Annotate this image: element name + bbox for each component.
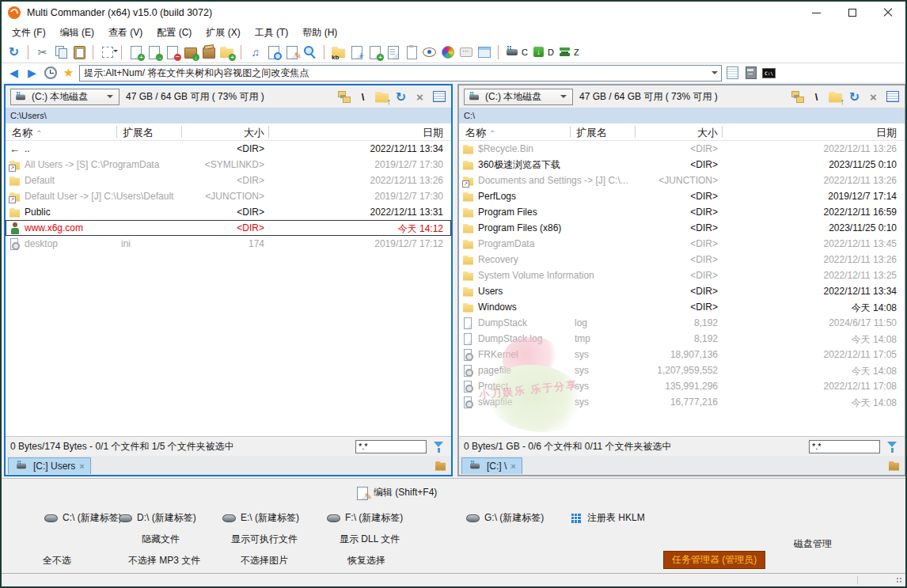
- new-tab-e-button[interactable]: E:\ (新建标签): [222, 510, 299, 525]
- disk-management-button[interactable]: 磁盘管理: [794, 537, 832, 551]
- column-ext[interactable]: 扩展名: [576, 126, 607, 140]
- table-row[interactable]: 360极速浏览器下载 <DIR> 2023/11/25 0:10: [459, 157, 905, 173]
- table-row[interactable]: Documents and Settings -> [J] C:\... <JU…: [459, 173, 905, 188]
- new-folder-icon[interactable]: [218, 44, 235, 60]
- table-row[interactable]: $Recycle.Bin <DIR> 2022/12/11 13:26: [459, 141, 905, 157]
- viewer-eye-icon[interactable]: [421, 44, 438, 60]
- table-row[interactable]: Program Files <DIR> 2022/12/11 16:59: [459, 204, 905, 220]
- hint-combobox[interactable]: 提示:Alt+Num/ 将在文件夹树和内容视图之间改变焦点: [79, 65, 722, 82]
- forward-icon[interactable]: [25, 66, 40, 81]
- tab-close-icon[interactable]: ×: [79, 461, 84, 471]
- new-tab-g-button[interactable]: G:\ (新建标签): [465, 510, 544, 525]
- column-size[interactable]: 大小: [244, 126, 264, 140]
- column-size[interactable]: 大小: [697, 126, 718, 140]
- table-row[interactable]: Public <DIR> 2022/12/11 13:31: [6, 204, 451, 220]
- table-row[interactable]: Default User -> [J] C:\Users\Default <JU…: [6, 188, 451, 204]
- new-tab-d-button[interactable]: D:\ (新建标签): [118, 510, 196, 525]
- drive-c-button[interactable]: C: [504, 44, 529, 60]
- menu-item[interactable]: 配置 (C): [150, 24, 199, 42]
- tab-c-users[interactable]: [C:] Users ×: [8, 457, 91, 474]
- table-row[interactable]: Program Files (x86) <DIR> 2023/11/25 0:1…: [459, 220, 905, 236]
- table-row[interactable]: desktop ini 174 2019/12/7 17:12: [6, 236, 451, 252]
- new-file-icon[interactable]: [127, 44, 144, 60]
- window-pane-icon[interactable]: [476, 44, 492, 60]
- menu-item[interactable]: 工具 (T): [248, 24, 296, 42]
- column-name[interactable]: 名称: [465, 126, 495, 140]
- column-date[interactable]: 日期: [423, 126, 443, 140]
- clipboard-icon[interactable]: [403, 44, 419, 60]
- column-name[interactable]: 名称: [12, 126, 42, 140]
- table-row[interactable]: swapfile sys 16,777,216 今天 14:08: [459, 394, 905, 410]
- menu-item[interactable]: 文件 (F): [5, 24, 53, 42]
- doc-lines-icon[interactable]: [385, 44, 401, 60]
- tab-c-root[interactable]: [C:] \ ×: [461, 457, 522, 474]
- table-row[interactable]: PerfLogs <DIR> 2019/12/7 17:14: [459, 188, 905, 204]
- table-row[interactable]: DumpStack log 8,192 2024/6/17 11:50: [459, 315, 905, 331]
- delete-file-icon[interactable]: [164, 44, 180, 60]
- right-drive-selector[interactable]: (C:) 本地磁盘: [464, 89, 573, 105]
- table-row[interactable]: .. <DIR> 2022/12/11 13:34: [6, 141, 451, 157]
- tab-close-icon[interactable]: ×: [510, 461, 515, 471]
- menu-item[interactable]: 帮助 (H): [295, 24, 344, 42]
- comment-icon[interactable]: [457, 44, 474, 60]
- back-icon[interactable]: [6, 66, 21, 81]
- left-drive-selector[interactable]: (C:) 本地磁盘: [10, 89, 120, 105]
- resize-grip[interactable]: [896, 577, 903, 584]
- paste-icon[interactable]: [70, 44, 87, 60]
- table-row[interactable]: All Users -> [S] C:\ProgramData <SYMLINK…: [6, 157, 451, 173]
- drive-dropdown-icon[interactable]: [557, 89, 570, 104]
- maximize-button[interactable]: [834, 2, 870, 24]
- table-row[interactable]: ProgramData <DIR> 2022/12/11 13:45: [459, 236, 905, 252]
- select-mode-icon[interactable]: [99, 44, 116, 60]
- favorites-icon[interactable]: [61, 66, 76, 81]
- folder-up-icon[interactable]: [374, 89, 389, 104]
- filter-input[interactable]: [355, 440, 427, 453]
- search-icon[interactable]: [302, 44, 318, 60]
- filter-icon[interactable]: [885, 439, 900, 454]
- table-row[interactable]: Users <DIR> 2022/12/11 13:34: [459, 283, 905, 299]
- task-manager-admin-button[interactable]: 任务管理器 (管理员): [663, 551, 765, 569]
- table-row[interactable]: Protect sys 135,991,296 2022/12/11 17:08: [459, 378, 905, 394]
- history-icon[interactable]: [43, 66, 58, 81]
- table-row[interactable]: Recovery <DIR> 2022/12/11 13:26: [459, 252, 905, 267]
- regedit-hklm-button[interactable]: 注册表 HKLM: [568, 510, 645, 525]
- cut-icon[interactable]: [34, 44, 51, 60]
- show-dll-button[interactable]: 显示 DLL 文件: [340, 533, 400, 546]
- refresh-panel-icon[interactable]: [847, 89, 862, 104]
- new-tab-f-button[interactable]: F:\ (新建标签): [326, 510, 403, 525]
- table-row[interactable]: DumpStack.log tmp 8,192 今天 14:08: [459, 331, 905, 347]
- tab-list-folder-icon[interactable]: [435, 460, 446, 472]
- doc-info-icon[interactable]: [348, 44, 365, 60]
- preview-file-icon[interactable]: [265, 44, 282, 60]
- root-icon[interactable]: [809, 89, 824, 104]
- column-date[interactable]: 日期: [876, 126, 897, 140]
- table-row[interactable]: System Volume Information <DIR> 2022/12/…: [459, 267, 905, 283]
- copy-icon[interactable]: [52, 44, 69, 60]
- drive-z-button[interactable]: Z: [556, 44, 580, 60]
- folder-up-icon[interactable]: [828, 89, 843, 104]
- disconnect-icon[interactable]: [412, 89, 427, 104]
- deselect-mp3-button[interactable]: 不选择 MP3 文件: [128, 554, 200, 567]
- hidden-files-button[interactable]: 隐藏文件: [142, 533, 180, 546]
- disconnect-icon[interactable]: [866, 89, 881, 104]
- menu-item[interactable]: 编辑 (E): [53, 24, 101, 42]
- color-wheel-icon[interactable]: [439, 44, 456, 60]
- copy-file-icon[interactable]: [146, 44, 162, 60]
- unpack-archive-icon[interactable]: [200, 44, 217, 60]
- folder-tree-icon[interactable]: [336, 89, 351, 104]
- close-button[interactable]: [870, 2, 905, 24]
- refresh-panel-icon[interactable]: [393, 89, 408, 104]
- notepad-icon[interactable]: [725, 66, 740, 81]
- minimize-button[interactable]: [799, 2, 834, 24]
- table-row[interactable]: FRKernel sys 18,907,136 2022/12/11 17:05: [459, 347, 905, 362]
- kb-folder-icon[interactable]: kb: [330, 44, 347, 60]
- menu-item[interactable]: 扩展 (X): [199, 24, 247, 42]
- column-ext[interactable]: 扩展名: [123, 126, 154, 140]
- menu-item[interactable]: 查看 (V): [101, 24, 150, 42]
- deselect-pictures-button[interactable]: 不选择图片: [241, 554, 288, 567]
- folder-tree-icon[interactable]: [790, 89, 805, 104]
- table-row[interactable]: pagefile sys 1,207,959,552 今天 14:08: [459, 362, 905, 378]
- edit-button[interactable]: 编辑 (Shift+F4): [355, 485, 437, 500]
- left-path-bar[interactable]: C:\Users\: [6, 108, 451, 123]
- doc-add-icon[interactable]: [366, 44, 383, 60]
